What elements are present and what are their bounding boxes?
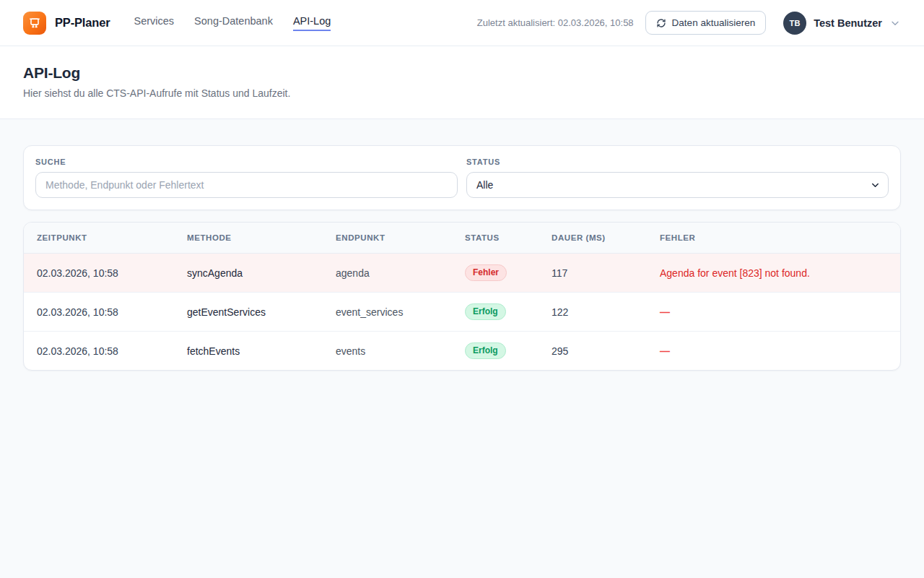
cell-endpoint: agenda [324,254,453,293]
nav-item-services[interactable]: Services [134,15,174,31]
status-label: STATUS [466,158,889,166]
cell-method: syncAgenda [175,254,324,293]
nav-item-api-log[interactable]: API-Log [293,15,331,31]
column-header-endpunkt: ENDPUNKT [324,223,453,254]
api-log-table-card: ZEITPUNKT METHODE ENDPUNKT STATUS DAUER … [23,222,901,371]
refresh-data-button[interactable]: Daten aktualisieren [645,11,767,35]
main-content: SUCHE STATUS Alle [0,119,924,371]
table-row: 02.03.2026, 10:58 fetchEvents events Erf… [24,332,900,371]
cell-error-message: — [648,293,900,332]
page-subtitle: Hier siehst du alle CTS-API-Aufrufe mit … [23,87,901,99]
brand: PP-Planer [23,12,110,35]
search-input[interactable] [35,172,458,198]
nav-item-song-datenbank[interactable]: Song-Datenbank [194,15,273,31]
status-field-group: STATUS Alle [466,158,889,198]
cell-method: getEventServices [175,293,324,332]
user-menu[interactable]: TB Test Benutzer [783,12,901,35]
top-bar: PP-Planer Services Song-Datenbank API-Lo… [0,0,924,46]
brand-name: PP-Planer [55,16,110,30]
column-header-status: STATUS [453,223,540,254]
filter-panel: SUCHE STATUS Alle [23,145,901,210]
page-title: API-Log [23,64,901,82]
cell-error-message: — [648,332,900,371]
cell-duration: 117 [540,254,648,293]
page-header: API-Log Hier siehst du alle CTS-API-Aufr… [0,46,924,119]
presentation-screen-icon [27,16,42,30]
status-badge: Fehler [465,264,507,281]
cell-duration: 122 [540,293,648,332]
column-header-dauer: DAUER (MS) [540,223,648,254]
top-bar-right: Zuletzt aktualisiert: 02.03.2026, 10:58 … [477,11,901,35]
api-log-table: ZEITPUNKT METHODE ENDPUNKT STATUS DAUER … [24,223,900,370]
status-badge: Erfolg [465,303,506,320]
cell-error-message: Agenda for event [823] not found. [648,254,900,293]
table-row: 02.03.2026, 10:58 syncAgenda agenda Fehl… [24,254,900,293]
table-row: 02.03.2026, 10:58 getEventServices event… [24,293,900,332]
status-select[interactable]: Alle [466,172,889,198]
refresh-button-label: Daten aktualisieren [672,17,756,28]
cell-timestamp: 02.03.2026, 10:58 [24,332,175,371]
cell-timestamp: 02.03.2026, 10:58 [24,254,175,293]
refresh-icon [656,18,666,28]
cell-timestamp: 02.03.2026, 10:58 [24,293,175,332]
column-header-methode: METHODE [175,223,324,254]
search-label: SUCHE [35,158,458,166]
cell-method: fetchEvents [175,332,324,371]
column-header-fehler: FEHLER [648,223,900,254]
cell-endpoint: events [324,332,453,371]
main-nav: Services Song-Datenbank API-Log [134,15,331,31]
last-updated-text: Zuletzt aktualisiert: 02.03.2026, 10:58 [477,17,634,28]
cell-duration: 295 [540,332,648,371]
search-field-group: SUCHE [35,158,458,198]
table-header-row: ZEITPUNKT METHODE ENDPUNKT STATUS DAUER … [24,223,900,254]
avatar: TB [783,12,806,35]
status-badge: Erfolg [465,342,506,359]
chevron-down-icon [889,17,901,29]
user-name: Test Benutzer [814,17,882,29]
cell-status: Fehler [453,254,540,293]
cell-status: Erfolg [453,293,540,332]
cell-status: Erfolg [453,332,540,371]
app-logo [23,12,46,35]
column-header-zeitpunkt: ZEITPUNKT [24,223,175,254]
status-select-wrap: Alle [466,172,889,198]
cell-endpoint: event_services [324,293,453,332]
